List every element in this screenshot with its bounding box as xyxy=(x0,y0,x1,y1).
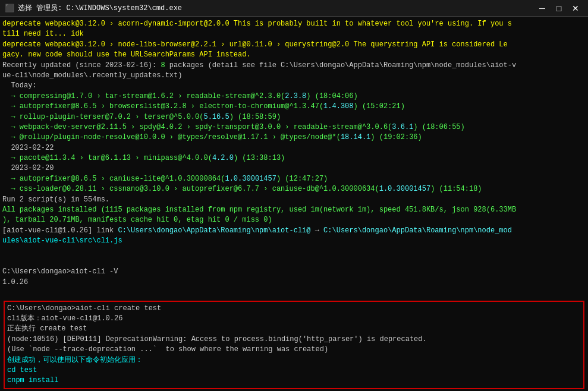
terminal-line: → rollup-plugin-terser@7.0.2 › terser@^5… xyxy=(2,112,586,122)
terminal-line: ules\aiot-vue-cli\src\cli.js xyxy=(2,236,586,246)
terminal-line: 创建成功，可以使用以下命令初始化应用： xyxy=(7,355,581,365)
terminal-line: cnpm install xyxy=(7,376,581,386)
terminal-line: til1 need it... idk xyxy=(2,29,586,39)
terminal-line: → compressing@1.7.0 › tar-stream@1.6.2 ›… xyxy=(2,92,586,102)
terminal-line xyxy=(2,247,586,257)
title-bar-text: 选择 管理员: C:\WINDOWS\system32\cmd.exe xyxy=(18,3,534,13)
title-bar: ⬛ 选择 管理员: C:\WINDOWS\system32\cmd.exe ─ … xyxy=(0,0,588,17)
terminal-line: 2023-02-20 xyxy=(2,163,586,174)
terminal-line: → autoprefixer@8.6.5 › browserslist@3.2.… xyxy=(2,102,586,112)
terminal-body: deprecate webpack@3.12.0 › acorn-dynamic… xyxy=(0,17,588,391)
terminal-line xyxy=(2,257,586,267)
close-button[interactable]: ✕ xyxy=(568,2,583,14)
terminal-line: 1.0.26 xyxy=(2,278,586,288)
terminal-line: ), tarball 20.71MB, manifests cache hit … xyxy=(2,215,586,225)
terminal-line: → @rollup/plugin-node-resolve@10.0.0 › @… xyxy=(2,133,586,143)
terminal-line xyxy=(2,288,586,298)
title-bar-buttons: ─ □ ✕ xyxy=(534,2,583,14)
terminal-line: [aiot-vue-cli@1.0.26] link C:\Users\dong… xyxy=(2,226,586,236)
terminal-line: → css-loader@0.28.11 › cssnano@3.10.0 › … xyxy=(2,184,586,194)
terminal-line: deprecate webpack@3.12.0 › acorn-dynamic… xyxy=(2,19,586,29)
terminal-line: C:\Users\dongao>aiot-cli create test xyxy=(7,304,581,314)
terminal-line: (Use `node --trace-deprecation ...` to s… xyxy=(7,345,581,355)
terminal-line: → webpack-dev-server@2.11.5 › spdy@4.0.2… xyxy=(2,122,586,133)
terminal-line: deprecate webpack@3.12.0 › node-libs-bro… xyxy=(2,40,586,50)
terminal-line: cli版本：aiot-vue-cli@1.0.26 xyxy=(7,314,581,324)
terminal-line: (node:10516) [DEP0111] DeprecationWarnin… xyxy=(7,335,581,345)
terminal-line: Recently updated (since 2023-02-16): 8 p… xyxy=(2,61,586,71)
terminal-line: ue-cli\node_modules\.recently_updates.tx… xyxy=(2,71,586,81)
terminal-line: Run 2 script(s) in 554ms. xyxy=(2,195,586,205)
red-box-section: C:\Users\dongao>aiot-cli create test cli… xyxy=(4,301,584,389)
cmd-icon: ⬛ xyxy=(5,4,14,13)
terminal-line: C:\Users\dongao>aiot-cli -V xyxy=(2,267,586,277)
terminal-line: Today: xyxy=(2,81,586,91)
terminal-line: cd test xyxy=(7,365,581,376)
terminal-line: 2023-02-22 xyxy=(2,143,586,153)
terminal-line: gacy. new code should use the URLSearchP… xyxy=(2,50,586,60)
terminal-line: → pacote@11.3.4 › tar@6.1.13 › minipass@… xyxy=(2,153,586,163)
maximize-button[interactable]: □ xyxy=(551,2,567,14)
minimize-button[interactable]: ─ xyxy=(534,2,550,14)
terminal-line: → autoprefixer@8.6.5 › caniuse-lite@^1.0… xyxy=(2,174,586,184)
terminal-line: All packages installed (1115 packages in… xyxy=(2,205,586,215)
terminal-line: 正在执行 create test xyxy=(7,324,581,334)
